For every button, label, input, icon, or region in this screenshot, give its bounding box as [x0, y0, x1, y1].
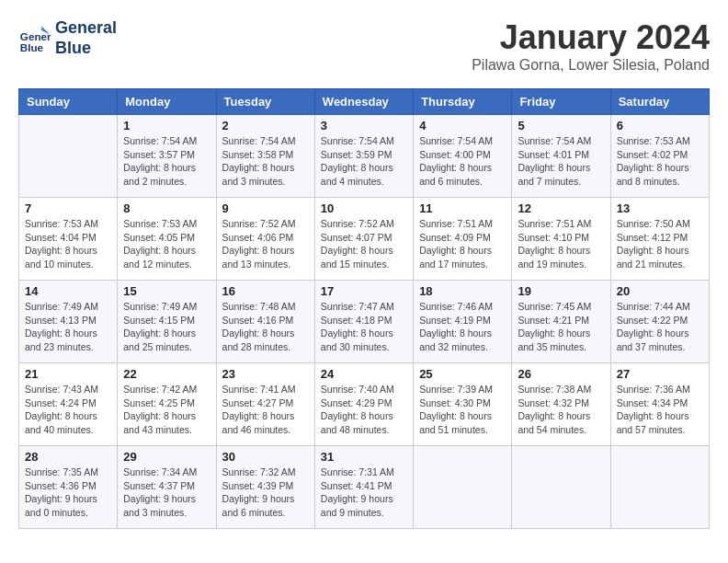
day-info: Sunrise: 7:54 AM Sunset: 4:01 PM Dayligh… — [518, 134, 604, 189]
day-number: 14 — [25, 284, 111, 298]
day-info: Sunrise: 7:36 AM Sunset: 4:34 PM Dayligh… — [617, 383, 703, 437]
calendar-table: SundayMondayTuesdayWednesdayThursdayFrid… — [18, 88, 710, 529]
day-info: Sunrise: 7:49 AM Sunset: 4:13 PM Dayligh… — [25, 300, 111, 354]
calendar-header: SundayMondayTuesdayWednesdayThursdayFrid… — [19, 89, 710, 115]
day-number: 25 — [419, 367, 506, 381]
day-number: 27 — [617, 367, 703, 381]
day-info: Sunrise: 7:51 AM Sunset: 4:09 PM Dayligh… — [419, 217, 506, 271]
day-number: 19 — [518, 284, 604, 298]
title-section: January 2024 Pilawa Gorna, Lower Silesia… — [472, 18, 710, 74]
weekday-header-sunday: Sunday — [19, 89, 118, 115]
day-number: 22 — [123, 367, 210, 381]
calendar-cell — [610, 446, 709, 529]
day-info: Sunrise: 7:53 AM Sunset: 4:04 PM Dayligh… — [25, 217, 111, 271]
calendar-cell: 7Sunrise: 7:53 AM Sunset: 4:04 PM Daylig… — [19, 198, 118, 281]
calendar-cell: 23Sunrise: 7:41 AM Sunset: 4:27 PM Dayli… — [216, 363, 314, 446]
calendar-cell: 6Sunrise: 7:53 AM Sunset: 4:02 PM Daylig… — [610, 115, 709, 198]
day-number: 31 — [321, 450, 407, 464]
day-number: 16 — [222, 284, 309, 298]
calendar-week-row: 7Sunrise: 7:53 AM Sunset: 4:04 PM Daylig… — [19, 198, 710, 281]
day-number: 20 — [617, 284, 703, 298]
header-row: SundayMondayTuesdayWednesdayThursdayFrid… — [19, 89, 710, 115]
day-info: Sunrise: 7:51 AM Sunset: 4:10 PM Dayligh… — [518, 217, 604, 271]
day-info: Sunrise: 7:54 AM Sunset: 3:58 PM Dayligh… — [222, 134, 309, 189]
day-info: Sunrise: 7:32 AM Sunset: 4:39 PM Dayligh… — [222, 465, 309, 520]
day-number: 4 — [419, 119, 506, 132]
logo-text-line2: Blue — [55, 39, 117, 59]
month-title: January 2024 — [472, 18, 710, 57]
day-info: Sunrise: 7:35 AM Sunset: 4:36 PM Dayligh… — [25, 465, 111, 520]
day-number: 10 — [321, 201, 407, 215]
day-info: Sunrise: 7:34 AM Sunset: 4:37 PM Dayligh… — [123, 465, 210, 520]
day-info: Sunrise: 7:39 AM Sunset: 4:30 PM Dayligh… — [419, 383, 506, 437]
calendar-cell: 5Sunrise: 7:54 AM Sunset: 4:01 PM Daylig… — [512, 115, 610, 198]
day-info: Sunrise: 7:45 AM Sunset: 4:21 PM Dayligh… — [518, 300, 604, 354]
day-info: Sunrise: 7:50 AM Sunset: 4:12 PM Dayligh… — [617, 217, 703, 271]
calendar-cell: 15Sunrise: 7:49 AM Sunset: 4:15 PM Dayli… — [118, 281, 216, 363]
calendar-cell: 30Sunrise: 7:32 AM Sunset: 4:39 PM Dayli… — [216, 446, 314, 529]
day-number: 15 — [123, 284, 210, 298]
calendar-cell — [19, 115, 118, 198]
day-info: Sunrise: 7:31 AM Sunset: 4:41 PM Dayligh… — [321, 465, 407, 520]
day-number: 8 — [123, 201, 210, 215]
weekday-header-friday: Friday — [512, 89, 610, 115]
logo: General Blue General Blue — [18, 18, 117, 58]
calendar-cell: 3Sunrise: 7:54 AM Sunset: 3:59 PM Daylig… — [314, 115, 413, 198]
day-info: Sunrise: 7:43 AM Sunset: 4:24 PM Dayligh… — [25, 383, 111, 437]
calendar-cell: 12Sunrise: 7:51 AM Sunset: 4:10 PM Dayli… — [512, 198, 610, 281]
calendar-cell: 9Sunrise: 7:52 AM Sunset: 4:06 PM Daylig… — [216, 198, 314, 281]
location-title: Pilawa Gorna, Lower Silesia, Poland — [472, 57, 710, 74]
calendar-cell: 31Sunrise: 7:31 AM Sunset: 4:41 PM Dayli… — [314, 446, 413, 529]
calendar-cell: 20Sunrise: 7:44 AM Sunset: 4:22 PM Dayli… — [610, 281, 709, 363]
day-number: 30 — [222, 450, 309, 464]
calendar-cell: 17Sunrise: 7:47 AM Sunset: 4:18 PM Dayli… — [314, 281, 413, 363]
day-number: 18 — [419, 284, 506, 298]
calendar-cell: 1Sunrise: 7:54 AM Sunset: 3:57 PM Daylig… — [118, 115, 216, 198]
day-number: 1 — [123, 119, 210, 132]
weekday-header-thursday: Thursday — [414, 89, 512, 115]
calendar-cell: 2Sunrise: 7:54 AM Sunset: 3:58 PM Daylig… — [216, 115, 314, 198]
calendar-cell: 16Sunrise: 7:48 AM Sunset: 4:16 PM Dayli… — [216, 281, 314, 363]
calendar-cell: 14Sunrise: 7:49 AM Sunset: 4:13 PM Dayli… — [19, 281, 118, 363]
weekday-header-saturday: Saturday — [610, 89, 709, 115]
day-number: 13 — [617, 201, 703, 215]
calendar-cell — [512, 446, 610, 529]
calendar-week-row: 28Sunrise: 7:35 AM Sunset: 4:36 PM Dayli… — [19, 446, 710, 529]
day-number: 21 — [25, 367, 111, 381]
day-number: 17 — [321, 284, 407, 298]
day-number: 3 — [321, 119, 407, 132]
day-info: Sunrise: 7:53 AM Sunset: 4:05 PM Dayligh… — [123, 217, 210, 271]
day-number: 9 — [222, 201, 309, 215]
calendar-cell: 24Sunrise: 7:40 AM Sunset: 4:29 PM Dayli… — [314, 363, 413, 446]
day-number: 12 — [518, 201, 604, 215]
calendar-week-row: 1Sunrise: 7:54 AM Sunset: 3:57 PM Daylig… — [19, 115, 710, 198]
calendar-cell: 4Sunrise: 7:54 AM Sunset: 4:00 PM Daylig… — [414, 115, 512, 198]
day-number: 29 — [123, 450, 210, 464]
day-info: Sunrise: 7:47 AM Sunset: 4:18 PM Dayligh… — [321, 300, 407, 354]
day-info: Sunrise: 7:53 AM Sunset: 4:02 PM Dayligh… — [617, 134, 703, 189]
day-info: Sunrise: 7:52 AM Sunset: 4:06 PM Dayligh… — [222, 217, 309, 271]
calendar-cell: 13Sunrise: 7:50 AM Sunset: 4:12 PM Dayli… — [610, 198, 709, 281]
calendar-cell: 21Sunrise: 7:43 AM Sunset: 4:24 PM Dayli… — [19, 363, 118, 446]
day-number: 2 — [222, 119, 309, 132]
weekday-header-monday: Monday — [118, 89, 216, 115]
day-number: 11 — [419, 201, 506, 215]
day-number: 6 — [617, 119, 703, 132]
calendar-cell: 11Sunrise: 7:51 AM Sunset: 4:09 PM Dayli… — [414, 198, 512, 281]
day-number: 7 — [25, 201, 111, 215]
calendar-cell: 26Sunrise: 7:38 AM Sunset: 4:32 PM Dayli… — [512, 363, 610, 446]
svg-text:Blue: Blue — [20, 40, 44, 52]
weekday-header-wednesday: Wednesday — [314, 89, 413, 115]
day-number: 26 — [518, 367, 604, 381]
day-info: Sunrise: 7:46 AM Sunset: 4:19 PM Dayligh… — [419, 300, 506, 354]
day-info: Sunrise: 7:40 AM Sunset: 4:29 PM Dayligh… — [321, 383, 407, 437]
day-info: Sunrise: 7:54 AM Sunset: 3:59 PM Dayligh… — [321, 134, 407, 189]
day-info: Sunrise: 7:54 AM Sunset: 4:00 PM Dayligh… — [419, 134, 506, 189]
day-info: Sunrise: 7:38 AM Sunset: 4:32 PM Dayligh… — [518, 383, 604, 437]
calendar-cell: 18Sunrise: 7:46 AM Sunset: 4:19 PM Dayli… — [414, 281, 512, 363]
logo-icon: General Blue — [18, 22, 51, 55]
day-number: 24 — [321, 367, 407, 381]
day-info: Sunrise: 7:54 AM Sunset: 3:57 PM Dayligh… — [123, 134, 210, 189]
header: General Blue General Blue January 2024 P… — [18, 18, 710, 74]
calendar-cell: 22Sunrise: 7:42 AM Sunset: 4:25 PM Dayli… — [118, 363, 216, 446]
